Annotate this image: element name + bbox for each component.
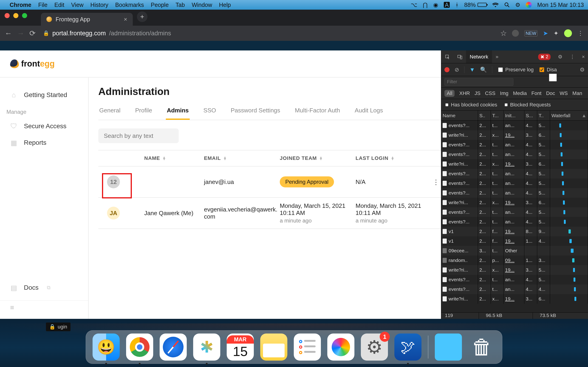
- devtools-more-tabs[interactable]: »: [492, 50, 502, 63]
- reload-button[interactable]: ⟳: [29, 29, 36, 38]
- mac-menu-view[interactable]: View: [71, 2, 84, 8]
- dock-settings[interactable]: ⚙1: [361, 334, 388, 361]
- inspect-button[interactable]: [441, 50, 454, 63]
- network-settings-button[interactable]: ⚙: [580, 67, 585, 73]
- dock-calendar[interactable]: MAR 15: [227, 334, 254, 361]
- preserve-log-checkbox[interactable]: Preserve log: [497, 67, 534, 73]
- ext-circle-icon[interactable]: [512, 30, 519, 37]
- mac-menu-file[interactable]: File: [38, 2, 47, 8]
- tab-profile[interactable]: Profile: [134, 104, 153, 120]
- control-center-icon[interactable]: ⚙: [515, 2, 520, 8]
- filter-toggle-button[interactable]: ▼: [469, 67, 475, 73]
- network-row[interactable]: events?...2...t...an...4...4...: [441, 284, 588, 294]
- nth-status[interactable]: S..: [478, 110, 491, 120]
- sidebar-item-reports[interactable]: ▦ Reports: [0, 134, 88, 151]
- dock-trash[interactable]: 🗑: [468, 334, 495, 361]
- window-close-button[interactable]: [5, 13, 10, 18]
- window-fullscreen-button[interactable]: [22, 13, 27, 18]
- mac-menu-window[interactable]: Window: [192, 2, 212, 8]
- col-login[interactable]: LAST LOGIN▲▼: [355, 155, 429, 161]
- type-js[interactable]: JS: [475, 90, 481, 96]
- nth-name[interactable]: Name: [441, 110, 478, 120]
- tab-audit-logs[interactable]: Audit Logs: [354, 104, 384, 120]
- wifi-icon[interactable]: [492, 2, 499, 7]
- type-manifest[interactable]: Man: [572, 90, 582, 96]
- disable-cache-checkbox[interactable]: Disa: [539, 67, 557, 73]
- network-row[interactable]: 09ecee...3...t...Other: [441, 246, 588, 256]
- tab-password-settings[interactable]: Password Settings: [230, 104, 281, 120]
- mac-app-name[interactable]: Chrome: [10, 2, 31, 8]
- type-all[interactable]: All: [444, 90, 455, 97]
- status-tunnel-icon[interactable]: ⋂: [423, 2, 428, 8]
- devtools-tab-network[interactable]: Network: [466, 50, 492, 63]
- mac-menu-help[interactable]: Help: [219, 2, 231, 8]
- mac-menu-history[interactable]: History: [90, 2, 108, 8]
- col-name[interactable]: NAME▲▼: [144, 155, 204, 161]
- network-row[interactable]: write?ri...2...x...19...3...6...: [441, 130, 588, 140]
- blocked-cookies-checkbox[interactable]: Has blocked cookies: [444, 102, 497, 108]
- new-tab-button[interactable]: +: [137, 11, 147, 22]
- record-button[interactable]: [444, 67, 450, 72]
- network-row[interactable]: events?...2...t...an...4...5...: [441, 178, 588, 188]
- tab-close-button[interactable]: ×: [124, 16, 127, 23]
- network-row[interactable]: events?...2...t...an...4...5...: [441, 140, 588, 150]
- devtools-settings-button[interactable]: ⚙: [554, 50, 566, 63]
- status-input-icon[interactable]: A: [444, 2, 450, 8]
- type-ws[interactable]: WS: [560, 90, 568, 96]
- battery-status[interactable]: 88%: [464, 2, 487, 8]
- tab-mfa[interactable]: Multi-Factor Auth: [294, 104, 341, 120]
- ext-send-icon[interactable]: ➤: [543, 30, 548, 37]
- type-css[interactable]: CSS: [485, 90, 495, 96]
- browser-tab[interactable]: Frontegg App ×: [41, 13, 133, 26]
- dock-slack[interactable]: ✱: [193, 334, 220, 361]
- nth-initiator[interactable]: Init...: [504, 110, 524, 120]
- filter-input[interactable]: [444, 78, 513, 86]
- blocked-requests-checkbox[interactable]: Blocked Requests: [504, 102, 551, 108]
- col-email[interactable]: EMAIL▲▼: [204, 155, 280, 161]
- type-media[interactable]: Media: [513, 90, 527, 96]
- bluetooth-icon[interactable]: ᚼ: [455, 2, 459, 8]
- network-row[interactable]: events?...2...t...an...4...5...: [441, 217, 588, 227]
- network-row[interactable]: write?ri...2...x...19...3...6...: [441, 294, 588, 304]
- network-row[interactable]: events?...2...t...an...4...5...: [441, 207, 588, 217]
- dock-reminders[interactable]: [294, 334, 321, 361]
- sidebar-collapse-button[interactable]: ≡: [0, 300, 88, 314]
- extensions-button[interactable]: ✦: [553, 30, 559, 37]
- network-row[interactable]: events?...2...t...an...4...5...: [441, 150, 588, 159]
- col-joined[interactable]: JOINED TEAM▲▼: [280, 155, 355, 161]
- dock-chrome[interactable]: [126, 334, 153, 361]
- network-row[interactable]: write?ri...2...x...19...3...6...: [441, 198, 588, 207]
- network-row[interactable]: random..2...p...09...1...3...: [441, 256, 588, 265]
- network-row[interactable]: events?...2...t...an...4...5...: [441, 275, 588, 284]
- network-row[interactable]: events?...2...t...an...4...5...: [441, 188, 588, 198]
- device-toggle-button[interactable]: [454, 50, 466, 63]
- mac-menu-tab[interactable]: Tab: [175, 2, 185, 8]
- network-row[interactable]: write?ri...2...x...19...3...6...: [441, 159, 588, 169]
- nth-waterfall[interactable]: Waterfall▲: [550, 110, 588, 120]
- chrome-menu-button[interactable]: ⋮: [578, 30, 583, 37]
- mac-menu-edit[interactable]: Edit: [54, 2, 64, 8]
- dock-downloads[interactable]: [435, 334, 462, 361]
- forward-button[interactable]: →: [17, 29, 24, 38]
- ext-new-icon[interactable]: NEW: [524, 30, 537, 36]
- siri-icon[interactable]: [526, 2, 532, 8]
- search-button[interactable]: 🔍: [480, 67, 487, 73]
- status-leaf-icon[interactable]: ⌥: [411, 2, 417, 8]
- profile-button[interactable]: [564, 29, 572, 37]
- network-row[interactable]: write?ri...2...x...19...3...5...: [441, 265, 588, 275]
- network-row[interactable]: v12...f...19...8...9...: [441, 227, 588, 236]
- type-font[interactable]: Font: [531, 90, 541, 96]
- bookmark-star-button[interactable]: ☆: [500, 29, 507, 38]
- status-play-icon[interactable]: ◉: [433, 2, 438, 8]
- devtools-close-button[interactable]: ×: [579, 54, 588, 60]
- nth-size[interactable]: S...: [524, 110, 537, 120]
- search-input[interactable]: [98, 128, 179, 143]
- dock-notes[interactable]: [260, 334, 287, 361]
- menubar-clock[interactable]: Mon 15 Mar 10:13: [537, 2, 584, 8]
- devtools-menu-button[interactable]: ⋮: [566, 50, 579, 63]
- window-minimize-button[interactable]: [13, 13, 18, 18]
- spotlight-icon[interactable]: [504, 2, 510, 8]
- dock-thunderbird[interactable]: 🕊: [394, 334, 422, 361]
- type-doc[interactable]: Doc: [546, 90, 555, 96]
- type-img[interactable]: Img: [500, 90, 509, 96]
